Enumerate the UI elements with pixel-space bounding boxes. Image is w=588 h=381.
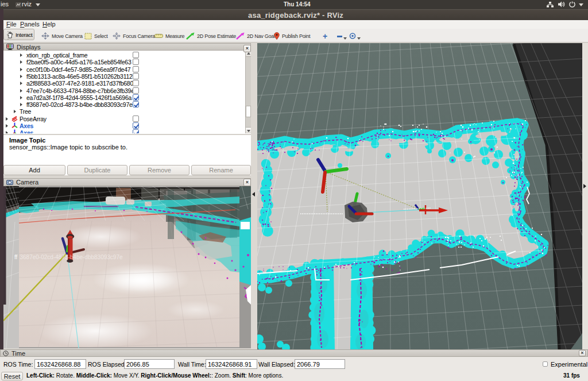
svg-text:ff: ff [14, 254, 18, 260]
svg-text:3687e0-02cd-4873-b4be-dbb83093: 3687e0-02cd-4873-b4be-dbb83093c97e [20, 254, 123, 260]
